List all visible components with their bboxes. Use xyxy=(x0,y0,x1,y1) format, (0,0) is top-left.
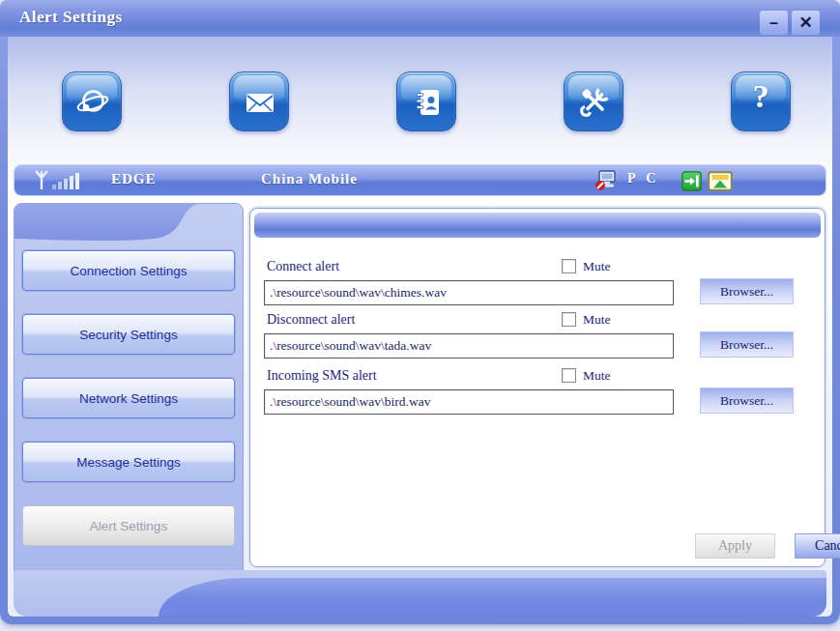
sidebar-item-security-settings[interactable]: Security Settings xyxy=(22,314,235,355)
connect-alert-mute-checkbox[interactable] xyxy=(562,259,576,273)
sidebar-navigation: Connection Settings Security Settings Ne… xyxy=(14,203,244,582)
signal-strength-icon xyxy=(32,169,86,192)
incoming-sms-browse-button[interactable]: Browser... xyxy=(700,387,794,414)
status-bar: EDGE China Mobile P C xyxy=(14,164,826,196)
mute-label: Mute xyxy=(583,259,611,274)
close-button[interactable]: ✕ xyxy=(792,11,820,35)
disconnect-alert-path-input[interactable] xyxy=(264,333,674,359)
phonebook-icon xyxy=(410,85,445,120)
mute-label: Mute xyxy=(583,312,611,328)
connect-alert-label: Connect alert xyxy=(267,259,339,274)
connect-alert-browse-button[interactable]: Browser... xyxy=(700,278,794,304)
network-type-label: EDGE xyxy=(111,171,157,187)
footer-decoration xyxy=(14,570,826,617)
apply-button: Apply xyxy=(695,533,775,559)
mute-label: Mute xyxy=(583,368,611,384)
question-mark-icon: ? xyxy=(732,78,790,115)
toolbar-settings-button[interactable] xyxy=(564,72,623,131)
sidebar-item-alert-settings: Alert Settings xyxy=(22,505,235,546)
toolbar-help-button[interactable]: ? xyxy=(731,72,791,131)
panel-header-strip xyxy=(254,213,821,238)
alert-settings-window: Alert Settings – ✕ xyxy=(0,0,840,624)
cancel-button[interactable]: Cancel xyxy=(795,533,840,559)
disconnect-alert-browse-button[interactable]: Browser... xyxy=(700,331,794,358)
alert-settings-panel: Connect alert Mute Browser... Disconnect… xyxy=(249,208,826,567)
toolbar-sms-button[interactable] xyxy=(229,72,289,131)
tools-wrench-icon xyxy=(577,85,612,120)
pc-disconnected-icon xyxy=(594,169,618,192)
footer-swoosh-band xyxy=(159,578,826,617)
globe-connection-icon xyxy=(75,85,110,120)
pc-status-label: P C xyxy=(627,171,659,186)
toolbar-connection-button[interactable] xyxy=(62,72,122,131)
incoming-sms-mute-checkbox[interactable] xyxy=(562,368,576,383)
disconnect-alert-label: Disconnect alert xyxy=(267,312,355,328)
minimize-button[interactable]: – xyxy=(760,11,788,35)
incoming-sms-alert-label: Incoming SMS alert xyxy=(267,368,377,384)
toolbar-phonebook-button[interactable] xyxy=(396,72,456,131)
title-bar: Alert Settings – ✕ xyxy=(0,0,840,37)
connect-alert-path-input[interactable] xyxy=(264,280,674,305)
incoming-sms-path-input[interactable] xyxy=(264,389,674,415)
network-mode-icon xyxy=(708,171,733,191)
window-title: Alert Settings xyxy=(19,8,123,27)
sidebar-item-network-settings[interactable]: Network Settings xyxy=(22,378,235,418)
operator-label: China Mobile xyxy=(261,171,358,187)
sidebar-swoosh-decoration xyxy=(14,204,243,248)
connect-arrow-icon xyxy=(681,171,702,191)
envelope-icon xyxy=(243,85,277,120)
sidebar-item-connection-settings[interactable]: Connection Settings xyxy=(22,250,235,291)
disconnect-alert-mute-checkbox[interactable] xyxy=(562,312,576,327)
sidebar-item-message-settings[interactable]: Message Settings xyxy=(22,442,235,482)
